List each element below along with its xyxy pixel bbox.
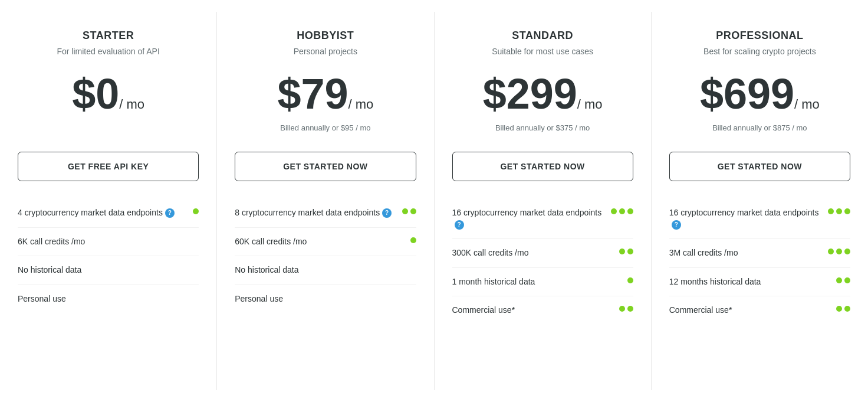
pricing-container: STARTERFor limited evaluation of API$0/ … <box>0 0 868 402</box>
feature-text: 4 cryptocurrency market data endpoints? <box>18 207 193 219</box>
dot-indicator <box>402 208 408 214</box>
feature-text: Commercial use* <box>669 305 836 316</box>
dot-indicator <box>627 249 633 254</box>
feature-dots <box>627 276 633 283</box>
feature-dots <box>828 247 850 254</box>
feature-dots <box>836 305 850 312</box>
dot-indicator <box>410 237 416 243</box>
price-amount-professional: $699 <box>700 73 794 115</box>
feature-dots <box>836 276 850 283</box>
dot-indicator <box>828 249 834 254</box>
help-icon[interactable]: ? <box>455 220 464 230</box>
feature-item: Commercial use* <box>669 296 850 325</box>
feature-text: 12 months historical data <box>669 276 836 288</box>
feature-text: No historical data <box>235 264 416 276</box>
plan-price-hobbyist: $79/ mo <box>235 73 416 115</box>
feature-dots <box>402 207 416 214</box>
price-billing-professional: Billed annually or $875 / mo <box>669 123 850 135</box>
plan-standard: STANDARDSuitable for most use cases$299/… <box>435 12 652 390</box>
dot-indicator <box>836 306 842 312</box>
cta-button-professional[interactable]: GET STARTED NOW <box>669 152 850 181</box>
dot-indicator <box>627 208 633 214</box>
price-period-standard: / mo <box>577 97 603 112</box>
plan-hobbyist: HOBBYISTPersonal projects$79/ moBilled a… <box>217 12 434 390</box>
dot-indicator <box>844 249 850 254</box>
plan-description-standard: Suitable for most use cases <box>452 47 633 56</box>
feature-text: 8 cryptocurrency market data endpoints? <box>235 207 402 219</box>
dot-indicator <box>619 306 625 312</box>
feature-item: No historical data <box>18 256 199 285</box>
help-icon[interactable]: ? <box>672 220 681 230</box>
plan-name-standard: STANDARD <box>452 30 633 42</box>
feature-text: 60K call credits /mo <box>235 236 410 248</box>
feature-item: 1 month historical data <box>452 267 633 296</box>
feature-dots <box>410 236 416 243</box>
features-list-starter: 4 cryptocurrency market data endpoints?6… <box>18 199 199 372</box>
plan-price-professional: $699/ mo <box>669 73 850 115</box>
dot-indicator <box>844 277 850 283</box>
feature-item: 16 cryptocurrency market data endpoints? <box>669 199 850 238</box>
plan-price-starter: $0/ mo <box>18 73 199 115</box>
plan-name-professional: PROFESSIONAL <box>669 30 850 42</box>
features-list-standard: 16 cryptocurrency market data endpoints?… <box>452 199 633 372</box>
cta-button-standard[interactable]: GET STARTED NOW <box>452 152 633 181</box>
price-period-hobbyist: / mo <box>348 97 374 112</box>
plan-name-hobbyist: HOBBYIST <box>235 30 416 42</box>
feature-text: 16 cryptocurrency market data endpoints? <box>452 207 611 230</box>
feature-text: 3M call credits /mo <box>669 247 828 259</box>
feature-text: 1 month historical data <box>452 276 627 288</box>
dot-indicator <box>836 249 842 254</box>
feature-dots <box>619 247 633 254</box>
dot-indicator <box>836 277 842 283</box>
dot-indicator <box>828 208 834 214</box>
feature-item: 3M call credits /mo <box>669 238 850 267</box>
feature-item: 16 cryptocurrency market data endpoints? <box>452 199 633 238</box>
price-billing-standard: Billed annually or $375 / mo <box>452 123 633 135</box>
feature-text: Commercial use* <box>452 305 619 316</box>
cta-button-starter[interactable]: GET FREE API KEY <box>18 152 199 181</box>
dot-indicator <box>844 208 850 214</box>
help-icon[interactable]: ? <box>382 208 392 218</box>
dot-indicator <box>836 208 842 214</box>
cta-button-hobbyist[interactable]: GET STARTED NOW <box>235 152 416 181</box>
feature-item: Personal use <box>18 285 199 313</box>
plan-description-hobbyist: Personal projects <box>235 47 416 56</box>
feature-text: No historical data <box>18 264 199 276</box>
features-list-professional: 16 cryptocurrency market data endpoints?… <box>669 199 850 372</box>
dot-indicator <box>627 277 633 283</box>
dot-indicator <box>627 306 633 312</box>
price-period-professional: / mo <box>794 97 820 112</box>
price-amount-hobbyist: $79 <box>277 73 348 115</box>
plan-price-standard: $299/ mo <box>452 73 633 115</box>
feature-item: 8 cryptocurrency market data endpoints? <box>235 199 416 227</box>
feature-dots <box>828 207 850 214</box>
dot-indicator <box>611 208 617 214</box>
feature-dots <box>611 207 633 214</box>
feature-text: Personal use <box>18 293 199 305</box>
feature-text: Personal use <box>235 293 416 305</box>
dot-indicator <box>844 306 850 312</box>
dot-indicator <box>619 249 625 254</box>
feature-item: 60K call credits /mo <box>235 227 416 256</box>
dot-indicator <box>193 208 199 214</box>
features-list-hobbyist: 8 cryptocurrency market data endpoints?6… <box>235 199 416 372</box>
plan-description-professional: Best for scaling crypto projects <box>669 47 850 56</box>
plan-starter: STARTERFor limited evaluation of API$0/ … <box>0 12 217 390</box>
price-amount-standard: $299 <box>483 73 577 115</box>
feature-dots <box>193 207 199 214</box>
feature-item: No historical data <box>235 256 416 285</box>
feature-text: 6K call credits /mo <box>18 236 199 248</box>
feature-item: 300K call credits /mo <box>452 238 633 267</box>
feature-dots <box>619 305 633 312</box>
price-billing-hobbyist: Billed annually or $95 / mo <box>235 123 416 135</box>
price-period-starter: / mo <box>119 97 144 112</box>
feature-text: 16 cryptocurrency market data endpoints? <box>669 207 828 230</box>
feature-text: 300K call credits /mo <box>452 247 619 259</box>
help-icon[interactable]: ? <box>165 208 175 218</box>
feature-item: 4 cryptocurrency market data endpoints? <box>18 199 199 227</box>
dot-indicator <box>619 208 625 214</box>
plan-name-starter: STARTER <box>18 30 199 42</box>
feature-item: 6K call credits /mo <box>18 227 199 256</box>
dot-indicator <box>410 208 416 214</box>
feature-item: 12 months historical data <box>669 267 850 296</box>
